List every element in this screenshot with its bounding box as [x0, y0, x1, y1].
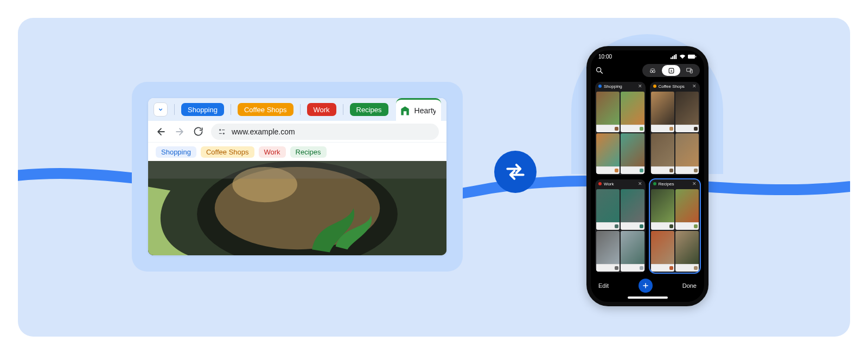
phone-tab-group-recipes[interactable]: Recipes✕: [650, 179, 700, 273]
tab-group-recipes[interactable]: Recipes: [350, 103, 388, 116]
mini-favicon-icon: [615, 169, 618, 172]
mini-favicon-icon: [669, 266, 673, 270]
address-bar[interactable]: www.example.com: [211, 124, 439, 140]
mini-tab[interactable]: [651, 189, 674, 230]
tab-group-title: Work: [604, 182, 636, 186]
chevron-down-icon: [157, 106, 164, 113]
arrow-right-icon: [174, 126, 185, 137]
close-group-button[interactable]: ✕: [692, 83, 697, 89]
phone-device: 10:00 4 Shopping✕Coffee Shops✕Work✕Recip…: [586, 46, 709, 306]
svg-point-16: [650, 70, 653, 73]
separator: [300, 104, 301, 115]
phone-footer: Edit Done: [591, 275, 704, 296]
mini-tab[interactable]: [596, 189, 620, 230]
bookmark-coffee-shops[interactable]: Coffee Shops: [201, 146, 254, 158]
mini-favicon-icon: [615, 127, 618, 131]
close-group-button[interactable]: ✕: [692, 181, 697, 186]
mini-favicon-icon: [694, 266, 698, 270]
mini-tab[interactable]: [596, 231, 620, 272]
phone-toolbar: 4: [591, 62, 704, 79]
mini-tab[interactable]: [621, 189, 644, 230]
tab-group-coffee-shops[interactable]: Coffee Shops: [238, 103, 293, 116]
new-tab-button[interactable]: [639, 279, 653, 293]
close-group-button[interactable]: ✕: [638, 83, 642, 89]
tab-strip: Shopping Coffee Shops Work Recipes Heart…: [148, 98, 446, 121]
reload-button[interactable]: [193, 126, 203, 137]
mini-tab-caption: [651, 166, 674, 174]
mini-tab-thumbnail: [596, 231, 620, 264]
edit-button[interactable]: Edit: [598, 282, 609, 289]
mini-tab-caption: [596, 125, 620, 132]
svg-rect-11: [674, 55, 675, 59]
mini-tab[interactable]: [651, 92, 674, 132]
svg-point-2: [223, 132, 225, 134]
mini-tab[interactable]: [621, 92, 644, 132]
mini-tab[interactable]: [596, 92, 620, 132]
phone-tab-group-coffee-shops[interactable]: Coffee Shops✕: [650, 82, 700, 175]
tab-group-title: Shopping: [604, 84, 636, 89]
back-button[interactable]: [156, 126, 167, 137]
site-settings-icon: [218, 127, 226, 136]
mini-tab-thumbnail: [621, 189, 644, 222]
mini-tab[interactable]: [651, 133, 674, 174]
tab-groups-grid: Shopping✕Coffee Shops✕Work✕Recipes✕: [591, 79, 704, 275]
active-tab[interactable]: Hearty Herb: [396, 98, 441, 121]
mini-tab-caption: [596, 264, 620, 272]
phone-tab-group-work[interactable]: Work✕: [595, 179, 646, 273]
sync-badge: [494, 151, 537, 193]
browser-toolbar: www.example.com: [148, 121, 446, 143]
mini-tab-caption: [621, 166, 644, 174]
search-icon[interactable]: [595, 66, 604, 75]
segment-incognito[interactable]: [643, 65, 662, 76]
bookmark-recipes[interactable]: Recipes: [290, 146, 327, 158]
cellular-icon: [671, 54, 677, 59]
tab-group-body: [595, 91, 646, 175]
mini-tab-caption: [596, 166, 620, 174]
tab-group-work[interactable]: Work: [307, 103, 336, 116]
svg-rect-3: [219, 133, 222, 133]
mini-tab[interactable]: [675, 133, 699, 174]
mini-tab[interactable]: [675, 189, 699, 230]
mini-favicon-icon: [694, 127, 698, 131]
svg-rect-1: [222, 130, 225, 130]
reload-icon: [193, 126, 203, 137]
mini-tab[interactable]: [675, 92, 699, 132]
mini-tab-caption: [675, 264, 699, 272]
svg-text:4: 4: [670, 69, 672, 72]
mini-favicon-icon: [615, 224, 618, 228]
tab-group-shopping[interactable]: Shopping: [181, 103, 224, 116]
desktop-browser-card: Shopping Coffee Shops Work Recipes Heart…: [132, 82, 463, 272]
mini-favicon-icon: [694, 224, 698, 228]
mini-tab[interactable]: [621, 231, 644, 272]
mini-tab[interactable]: [621, 133, 644, 174]
arrow-left-icon: [156, 126, 167, 137]
segment-devices[interactable]: [680, 65, 699, 76]
mini-tab-caption: [651, 264, 674, 272]
home-indicator: [628, 296, 668, 299]
bookmark-work[interactable]: Work: [259, 146, 286, 158]
separator: [343, 104, 343, 115]
forward-button[interactable]: [174, 126, 185, 137]
mini-favicon-icon: [669, 169, 673, 172]
mini-favicon-icon: [640, 224, 643, 228]
bookmark-shopping[interactable]: Shopping: [156, 146, 196, 158]
tab-search-dropdown[interactable]: [154, 102, 168, 117]
mini-tab[interactable]: [675, 231, 699, 272]
mini-tab-thumbnail: [651, 189, 674, 222]
mini-tab-caption: [651, 125, 674, 132]
mini-tab-caption: [651, 222, 674, 230]
hero-image: [148, 161, 446, 255]
mini-tab-thumbnail: [675, 92, 699, 125]
segment-tabs[interactable]: 4: [662, 65, 680, 76]
mini-tab[interactable]: [651, 231, 674, 272]
view-segmented-control[interactable]: 4: [642, 64, 700, 77]
done-button[interactable]: Done: [682, 282, 697, 289]
phone-tab-group-shopping[interactable]: Shopping✕: [595, 82, 646, 175]
color-dot-icon: [598, 85, 602, 88]
mini-tab-thumbnail: [596, 92, 620, 125]
color-dot-icon: [598, 182, 602, 185]
tab-group-body: [595, 188, 646, 273]
svg-rect-9: [671, 57, 672, 59]
close-group-button[interactable]: ✕: [638, 181, 642, 186]
mini-tab[interactable]: [596, 133, 620, 174]
